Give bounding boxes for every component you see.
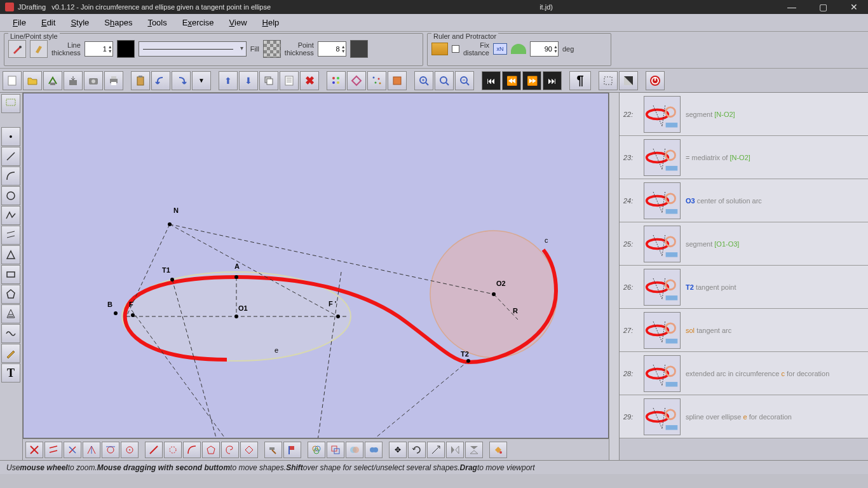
parallel-tool[interactable] <box>1 226 20 245</box>
paragraph-button[interactable]: ¶ <box>569 71 591 90</box>
invert-button[interactable] <box>619 71 638 90</box>
angle-spinner[interactable]: ▲▼ <box>530 41 559 57</box>
menu-file[interactable]: File <box>6 15 32 30</box>
menu-exercise[interactable]: Exercise <box>176 15 220 30</box>
xn-button[interactable]: xN <box>493 43 507 55</box>
color-picker-button[interactable] <box>327 71 346 90</box>
circle-tool[interactable] <box>1 186 20 205</box>
diamond-button[interactable] <box>347 71 366 90</box>
paste-button[interactable] <box>131 71 150 90</box>
print-button[interactable] <box>104 71 123 90</box>
bt-scale[interactable] <box>427 442 445 458</box>
dropdown-button[interactable]: ▼ <box>192 71 211 90</box>
eyedropper-button[interactable] <box>8 40 26 58</box>
close-button[interactable]: ✕ <box>845 2 863 12</box>
saveas-button[interactable] <box>64 71 83 90</box>
history-item[interactable]: 28: extended arc in circumference c for … <box>620 352 868 395</box>
bt-diamond2[interactable] <box>240 442 258 458</box>
history-item[interactable]: 26: T2 tangent point <box>620 266 868 309</box>
move-down-button[interactable]: ⬇ <box>239 71 258 90</box>
bt-3circles[interactable] <box>308 442 325 458</box>
canvas-scrollbar[interactable] <box>609 93 619 460</box>
history-item[interactable]: 25: segment [O1-O3] <box>620 222 868 266</box>
menu-style[interactable]: Style <box>64 15 95 30</box>
bt-line2[interactable] <box>145 442 163 458</box>
zoom-in-button[interactable] <box>414 71 433 90</box>
copy-button[interactable] <box>259 71 278 90</box>
polyline-tool[interactable] <box>1 206 20 225</box>
scatter-button[interactable] <box>367 71 386 90</box>
bt-bisect[interactable] <box>83 442 100 458</box>
point-thickness-input[interactable] <box>318 45 341 53</box>
bt-arc2[interactable] <box>183 442 201 458</box>
history-item[interactable]: 22: segment [N-O2] <box>620 93 868 136</box>
line-style-dropdown[interactable]: ▾ <box>139 41 247 57</box>
bt-spiral[interactable] <box>221 442 239 458</box>
bt-x[interactable] <box>25 442 43 458</box>
triangle-tool[interactable] <box>1 245 20 264</box>
notes-button[interactable] <box>280 71 299 90</box>
step-first-button[interactable]: ⏮ <box>482 71 501 90</box>
rectangle-tool[interactable] <box>1 265 20 284</box>
step-last-button[interactable]: ⏭ <box>543 71 562 90</box>
point-thickness-spinner[interactable]: ▲▼ <box>318 41 346 57</box>
zoom-out-button[interactable] <box>455 71 474 90</box>
export-image-button[interactable] <box>84 71 103 90</box>
save-button[interactable] <box>43 71 62 90</box>
line-thickness-spinner[interactable]: ▲▼ <box>85 41 113 57</box>
angle-input[interactable] <box>531 45 553 53</box>
point-tool[interactable]: • <box>1 127 20 146</box>
history-item[interactable]: 27: sol tangent arc <box>620 309 868 352</box>
pencil-tool[interactable] <box>1 344 20 363</box>
history-item[interactable]: 23: = mediatrix of [N-O2] <box>620 136 868 179</box>
bt-perp[interactable] <box>64 442 81 458</box>
fill-swatch[interactable] <box>263 40 281 58</box>
select-tool[interactable] <box>1 94 20 113</box>
bt-mirror-h[interactable] <box>446 442 464 458</box>
line-color-swatch[interactable] <box>117 40 135 58</box>
step-forward-button[interactable]: ⏩ <box>522 71 541 90</box>
power-button[interactable] <box>646 71 665 90</box>
bt-flag[interactable] <box>283 442 301 458</box>
bt-gear[interactable] <box>164 442 182 458</box>
polygon-tool[interactable] <box>1 285 20 304</box>
menu-shapes[interactable]: Shapes <box>98 15 139 30</box>
open-button[interactable] <box>23 71 42 90</box>
new-button[interactable] <box>3 71 22 90</box>
ruler-icon[interactable] <box>431 43 448 55</box>
bt-blue-circles[interactable] <box>365 442 383 458</box>
menu-tools[interactable]: Tools <box>141 15 173 30</box>
bt-move[interactable]: ✥ <box>389 442 407 458</box>
bt-parallel[interactable] <box>44 442 62 458</box>
layers-button[interactable] <box>388 71 407 90</box>
point-color-swatch[interactable] <box>350 40 368 58</box>
step-back-button[interactable]: ⏪ <box>502 71 521 90</box>
bt-tangent[interactable] <box>102 442 119 458</box>
fix-distance-checkbox[interactable] <box>452 45 459 53</box>
undo-button[interactable] <box>151 71 170 90</box>
protractor-icon[interactable] <box>511 44 526 54</box>
bt-squares[interactable] <box>327 442 344 458</box>
maximize-button[interactable]: ▢ <box>814 2 832 12</box>
bt-poly2[interactable] <box>202 442 220 458</box>
history-item[interactable]: 24: O3 center of solution arc <box>620 179 868 222</box>
minimize-button[interactable]: — <box>782 2 801 12</box>
redo-button[interactable] <box>172 71 191 90</box>
bt-venn[interactable] <box>346 442 363 458</box>
delete-button[interactable]: ✖ <box>300 71 319 90</box>
drawing-canvas[interactable]: N T1 A B F O1 F ' O2 R T2 c e <box>23 93 609 438</box>
bt-rotate[interactable] <box>408 442 426 458</box>
bt-hammer[interactable] <box>264 442 282 458</box>
bt-mirror-v[interactable] <box>465 442 483 458</box>
menu-edit[interactable]: Edit <box>35 15 62 30</box>
move-up-button[interactable]: ⬆ <box>219 71 238 90</box>
bt-circ[interactable] <box>121 442 139 458</box>
zoom-fit-button[interactable] <box>435 71 454 90</box>
line-thickness-input[interactable] <box>85 45 108 53</box>
brush-button[interactable] <box>30 40 48 58</box>
bt-paint[interactable] <box>489 442 507 458</box>
hatch-tool[interactable] <box>1 304 20 323</box>
wave-tool[interactable] <box>1 324 20 343</box>
select-all-button[interactable] <box>599 71 618 90</box>
history-item[interactable]: 29: spline over ellipse e for decoration <box>620 395 868 438</box>
